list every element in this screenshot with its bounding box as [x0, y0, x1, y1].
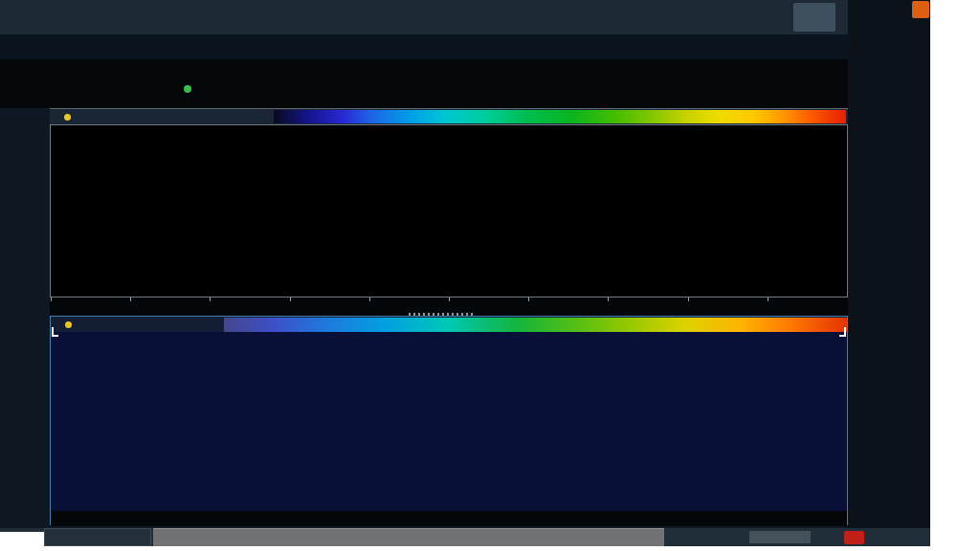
trace-dot-icon: [64, 114, 71, 121]
spectrogram-title-bar[interactable]: [51, 317, 847, 332]
tab-overflow-button[interactable]: [815, 38, 840, 55]
tab-bar: [0, 34, 848, 59]
focus-corner-marker: [52, 327, 58, 337]
spectrogram-window: [50, 316, 848, 525]
persistence-spectrum-window: [50, 108, 848, 317]
att-auto-led: [184, 81, 191, 97]
softkey-menu: [848, 0, 930, 528]
persistence-color-scale: [274, 110, 846, 123]
screen: [0, 0, 980, 551]
spectrogram-x-axis: [51, 511, 847, 526]
screenshot-camera-button[interactable]: [793, 3, 835, 32]
toolbar: [0, 0, 848, 34]
persistence-traces[interactable]: [51, 125, 847, 297]
status-bar: [0, 528, 930, 546]
persistence-title-bar[interactable]: [50, 109, 848, 124]
spectrogram-color-scale: [224, 318, 847, 332]
x-axis-ticks: [51, 298, 847, 301]
settings-header: [0, 59, 848, 108]
focus-corner-marker: [839, 327, 846, 337]
spectrogram-heatmap[interactable]: [51, 333, 847, 511]
sweep-progress-bar: [749, 531, 811, 543]
trace-dot-icon: [65, 321, 72, 328]
persistence-plot-area[interactable]: [50, 124, 848, 298]
message-bar-dropdown[interactable]: [153, 528, 664, 546]
lxi-status-icon: [844, 531, 864, 544]
screen-edge-artifact: [0, 532, 44, 546]
analyzer-ui: [0, 0, 930, 546]
status-left-dropdown[interactable]: [44, 528, 151, 546]
menu-close-button[interactable]: [912, 1, 929, 18]
